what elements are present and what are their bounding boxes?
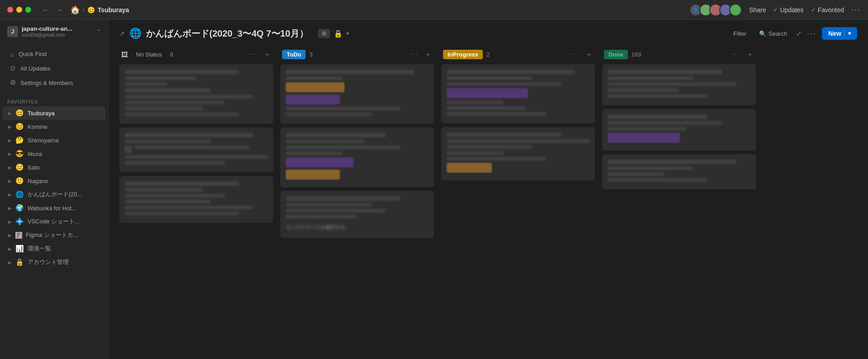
item-arrow-icon: ▶ xyxy=(8,165,12,170)
forward-button[interactable]: → xyxy=(54,5,65,15)
sidebar-item-sato[interactable]: ▶ 😑 Sato xyxy=(3,161,105,174)
card[interactable] xyxy=(441,127,595,180)
workspace-header: J japan-culture-an... xxx35d@gmail.com ⌃ xyxy=(0,20,108,43)
column-options-button[interactable]: ··· xyxy=(807,29,816,38)
sidebar-item-shimoyama[interactable]: ▶ 🤔 Shimoyama xyxy=(3,133,105,147)
column-options-button[interactable]: ··· xyxy=(571,50,580,58)
column-header-inprogress: InProgress 2 ··· ＋ xyxy=(441,45,595,64)
all-updates-item[interactable]: ⊙ All Updates xyxy=(3,61,105,76)
share-button[interactable]: Share xyxy=(749,6,766,14)
sidebar-nav: ⌕ Quick Find ⊙ All Updates ⚙ Settings & … xyxy=(0,43,108,94)
column-options-button[interactable]: ··· xyxy=(249,50,258,58)
sidebar-item-vscode[interactable]: ▶ 💠 VSCode ショート... xyxy=(3,215,105,228)
maximize-button[interactable] xyxy=(25,7,31,13)
sidebar-item-kankyou[interactable]: ▶ 📊 環境一覧 xyxy=(3,242,105,255)
minimize-button[interactable] xyxy=(16,7,22,13)
favorited-label: Favorited xyxy=(818,6,844,14)
item-emoji: 🅵 xyxy=(15,231,22,239)
settings-item[interactable]: ⚙ Settings & Members xyxy=(3,76,105,90)
sidebar-item-label: Iikura xyxy=(28,151,100,157)
workspace-icon: J xyxy=(7,26,18,37)
column-options-button[interactable]: ··· xyxy=(732,50,741,58)
page-header: ↗ 🌐 かんばんボード(2020_3〜4Q 7〜10月） ⊞ 🔒 ▾ Filte… xyxy=(108,20,868,45)
column-add-button[interactable]: ＋ xyxy=(746,49,754,60)
new-label: New xyxy=(828,30,841,37)
column-count-todo: 3 xyxy=(309,51,312,58)
card[interactable] xyxy=(280,64,434,124)
column-options-button[interactable]: ··· xyxy=(410,50,419,58)
card[interactable] xyxy=(602,109,756,151)
item-emoji: 🙂 xyxy=(15,177,24,185)
updates-icon: ⊙ xyxy=(10,64,16,72)
quick-find-label: Quick Find xyxy=(19,51,47,57)
workspace-chevron-icon[interactable]: ⌃ xyxy=(96,28,101,35)
sidebar-item-label: Wabunka for Hot... xyxy=(28,205,100,212)
settings-label: Settings & Members xyxy=(20,80,73,86)
item-emoji: 📊 xyxy=(15,245,24,253)
sidebar-item-kanban[interactable]: ▶ 🌐 かんばんボード(20... xyxy=(3,188,105,201)
sidebar-item-komine[interactable]: ▶ 😊 Komine xyxy=(3,120,105,133)
back-button[interactable]: ← xyxy=(40,5,51,15)
column-badge-done: Done xyxy=(604,50,628,59)
favorited-check-icon: ✓ xyxy=(811,7,816,13)
sidebar-item-label: かんばんボード(20... xyxy=(28,190,100,198)
column-badge-nostatus: No Status xyxy=(132,50,166,59)
card[interactable]: そこのスタイルを修正する xyxy=(280,191,434,238)
column-header-nostatus: 🖼 No Status 8 ··· ＋ xyxy=(119,45,273,64)
card[interactable] xyxy=(119,128,273,172)
workspace-info: J japan-culture-an... xxx35d@gmail.com xyxy=(7,25,72,38)
lock-icon[interactable]: 🔒 xyxy=(334,29,343,38)
item-arrow-icon: ▶ xyxy=(8,179,12,184)
updates-button[interactable]: ✓ Updates xyxy=(773,6,803,14)
item-emoji: 💠 xyxy=(15,217,24,226)
column-add-button[interactable]: ＋ xyxy=(424,49,432,60)
sidebar-item-tsuburaya[interactable]: ▶ 😊 Tsuburaya xyxy=(3,106,105,120)
search-button[interactable]: 🔍 Search xyxy=(755,28,791,39)
favorited-button[interactable]: ✓ Favorited xyxy=(811,6,844,14)
card[interactable] xyxy=(602,154,756,189)
sidebar-item-label: Komine xyxy=(28,123,100,130)
card[interactable] xyxy=(119,64,273,124)
more-options-button[interactable]: ··· xyxy=(851,5,861,14)
page-actions: Filter 🔍 Search ⤢ ··· New ▾ xyxy=(730,27,857,40)
card[interactable] xyxy=(280,128,434,187)
page-link-icon: ↗ xyxy=(119,30,125,37)
item-emoji: 🤔 xyxy=(15,136,24,144)
sidebar-item-iikura[interactable]: ▶ 😎 Iikura xyxy=(3,147,105,161)
sidebar-item-figma[interactable]: ▶ 🅵 Figma ショートカ... xyxy=(3,228,105,242)
card[interactable] xyxy=(119,176,273,223)
column-count-nostatus: 8 xyxy=(170,51,173,58)
filter-button[interactable]: Filter xyxy=(730,28,750,39)
home-icon[interactable]: 🏠 xyxy=(70,5,80,15)
item-arrow-icon: ▶ xyxy=(8,151,12,156)
column-count-inprogress: 2 xyxy=(486,51,490,58)
workspace-email: xxx35d@gmail.com xyxy=(22,32,72,38)
column-add-button[interactable]: ＋ xyxy=(585,49,593,60)
chevron-down-icon[interactable]: ▾ xyxy=(346,30,349,37)
quick-find-item[interactable]: ⌕ Quick Find xyxy=(3,47,105,61)
card[interactable] xyxy=(441,64,595,123)
item-arrow-icon: ▶ xyxy=(8,111,12,116)
column-nostatus: 🖼 No Status 8 ··· ＋ xyxy=(119,45,273,352)
column-done: Done 169 ··· ＋ xyxy=(602,45,756,352)
board-view-icon[interactable]: ⊞ xyxy=(318,29,330,38)
sidebar-item-label: 環境一覧 xyxy=(28,245,100,253)
page-title: かんばんボード(2020_3〜4Q 7〜10月） xyxy=(146,28,308,40)
avatar-5[interactable] xyxy=(729,4,742,16)
expand-icon[interactable]: ⤢ xyxy=(796,30,802,37)
column-badge-todo: ToDo xyxy=(282,50,306,59)
close-button[interactable] xyxy=(7,7,13,13)
breadcrumb-sep: / xyxy=(83,6,85,14)
item-emoji: 😎 xyxy=(15,150,24,158)
column-add-button[interactable]: ＋ xyxy=(263,49,271,60)
item-arrow-icon: ▶ xyxy=(8,233,12,238)
card[interactable] xyxy=(602,64,756,105)
sidebar-item-account[interactable]: ▶ 🔒 アカウント管理 xyxy=(3,255,105,269)
new-button-chevron-icon[interactable]: ▾ xyxy=(844,30,851,37)
column-cards-nostatus xyxy=(119,64,273,223)
new-button[interactable]: New ▾ xyxy=(822,27,857,40)
search-icon: ⌕ xyxy=(10,50,14,58)
sidebar-item-nagano[interactable]: ▶ 🙂 Nagano xyxy=(3,174,105,188)
sidebar-item-label: Nagano xyxy=(28,178,100,184)
sidebar-item-wabunka[interactable]: ▶ 🌍 Wabunka for Hot... xyxy=(3,201,105,215)
